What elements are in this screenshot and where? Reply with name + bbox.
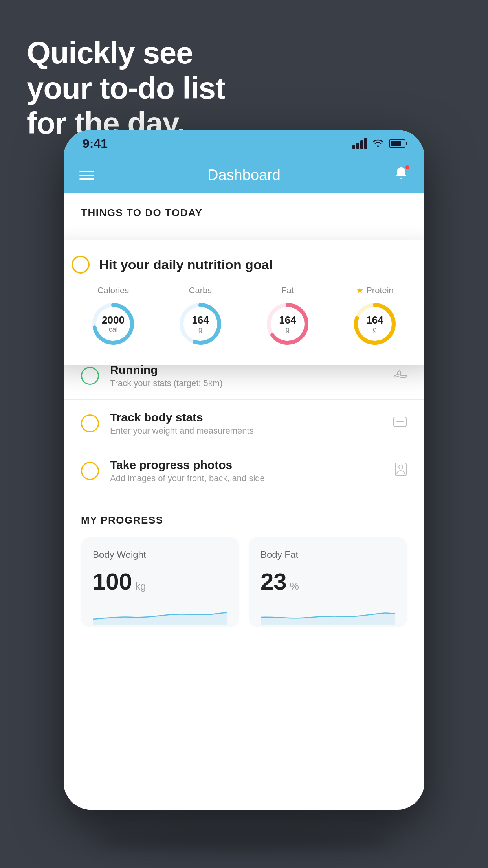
app-header: Dashboard bbox=[64, 157, 424, 193]
body-fat-unit: % bbox=[290, 580, 299, 592]
body-fat-card: Body Fat 23 % bbox=[249, 537, 407, 627]
body-weight-value-row: 100 kg bbox=[93, 568, 227, 595]
body-stats-checkbox[interactable] bbox=[81, 414, 99, 432]
macro-calories: Calories 2000 cal bbox=[72, 285, 155, 348]
bell-icon bbox=[394, 167, 409, 184]
calories-value: 2000 bbox=[102, 314, 125, 326]
body-fat-sparkline bbox=[261, 601, 395, 625]
person-icon bbox=[394, 462, 407, 480]
body-fat-card-title: Body Fat bbox=[261, 549, 395, 560]
body-weight-unit: kg bbox=[135, 580, 146, 592]
nutrition-card: Hit your daily nutrition goal Calories bbox=[64, 240, 424, 365]
headline-line2: your to-do list bbox=[27, 71, 225, 105]
star-icon: ★ bbox=[356, 285, 364, 296]
carbs-value: 164 bbox=[192, 314, 209, 326]
body-stats-title: Track body stats bbox=[110, 411, 382, 424]
headline-text: Quickly see your to-do list for the day. bbox=[27, 35, 225, 141]
status-icons bbox=[352, 137, 405, 150]
macro-fat: Fat 164 g bbox=[246, 285, 329, 348]
nutrition-checkbox[interactable] bbox=[72, 256, 90, 274]
macro-grid: Calories 2000 cal bbox=[72, 285, 416, 348]
protein-unit: g bbox=[366, 326, 383, 333]
calories-unit: cal bbox=[102, 326, 125, 333]
body-stats-subtitle: Enter your weight and measurements bbox=[110, 426, 382, 436]
running-checkbox[interactable] bbox=[81, 367, 99, 385]
notification-dot bbox=[405, 164, 410, 170]
calories-donut: 2000 cal bbox=[90, 300, 137, 348]
protein-value: 164 bbox=[366, 314, 383, 326]
fat-donut: 164 g bbox=[264, 300, 311, 348]
headline-line1: Quickly see bbox=[27, 35, 193, 70]
progress-photos-checkbox[interactable] bbox=[81, 462, 99, 480]
signal-icon bbox=[352, 138, 367, 149]
fat-label: Fat bbox=[281, 285, 294, 296]
phone-shadow bbox=[95, 829, 393, 853]
todo-list: Running Track your stats (target: 5km) bbox=[64, 352, 424, 495]
todo-progress-photos[interactable]: Take progress photos Add images of your … bbox=[64, 447, 424, 495]
status-bar: 9:41 bbox=[64, 130, 424, 157]
menu-button[interactable] bbox=[79, 171, 94, 180]
progress-photos-subtitle: Add images of your front, back, and side bbox=[110, 473, 383, 484]
body-stats-text: Track body stats Enter your weight and m… bbox=[110, 411, 382, 436]
scale-icon bbox=[393, 416, 407, 431]
todo-body-stats[interactable]: Track body stats Enter your weight and m… bbox=[64, 399, 424, 447]
svg-point-10 bbox=[399, 465, 403, 469]
things-section-header: THINGS TO DO TODAY bbox=[64, 193, 424, 226]
running-text: Running Track your stats (target: 5km) bbox=[110, 363, 382, 388]
macro-protein: ★ Protein 164 g bbox=[333, 285, 416, 348]
calories-label: Calories bbox=[97, 285, 129, 296]
main-content: THINGS TO DO TODAY Hit your daily nutrit… bbox=[64, 193, 424, 810]
body-fat-value: 23 bbox=[261, 568, 287, 595]
carbs-unit: g bbox=[192, 326, 209, 333]
running-subtitle: Track your stats (target: 5km) bbox=[110, 378, 382, 388]
protein-donut: 164 g bbox=[351, 300, 398, 348]
running-title: Running bbox=[110, 363, 382, 377]
carbs-donut: 164 g bbox=[177, 300, 224, 348]
nutrition-card-title: Hit your daily nutrition goal bbox=[99, 257, 273, 272]
phone-device: 9:41 bbox=[64, 130, 424, 837]
battery-icon bbox=[389, 139, 405, 148]
fat-value: 164 bbox=[279, 314, 296, 326]
progress-section-title: MY PROGRESS bbox=[81, 514, 407, 526]
phone-screen: 9:41 bbox=[64, 130, 424, 810]
running-shoe-icon bbox=[393, 369, 407, 383]
progress-photos-text: Take progress photos Add images of your … bbox=[110, 458, 383, 484]
carbs-label: Carbs bbox=[189, 285, 212, 296]
notification-button[interactable] bbox=[394, 166, 409, 184]
status-time: 9:41 bbox=[83, 136, 108, 151]
body-weight-card: Body Weight 100 kg bbox=[81, 537, 239, 627]
progress-section: MY PROGRESS Body Weight 100 kg bbox=[64, 495, 424, 642]
macro-carbs: Carbs 164 g bbox=[159, 285, 242, 348]
protein-label: ★ Protein bbox=[356, 285, 394, 296]
body-weight-card-title: Body Weight bbox=[93, 549, 227, 560]
progress-photos-title: Take progress photos bbox=[110, 458, 383, 472]
body-fat-value-row: 23 % bbox=[261, 568, 395, 595]
body-weight-value: 100 bbox=[93, 568, 132, 595]
progress-cards-grid: Body Weight 100 kg Body Fat bbox=[81, 537, 407, 627]
fat-unit: g bbox=[279, 326, 296, 333]
header-title: Dashboard bbox=[207, 167, 281, 184]
wifi-icon bbox=[372, 137, 383, 150]
body-weight-sparkline bbox=[93, 601, 227, 625]
nutrition-card-header: Hit your daily nutrition goal bbox=[72, 256, 416, 274]
